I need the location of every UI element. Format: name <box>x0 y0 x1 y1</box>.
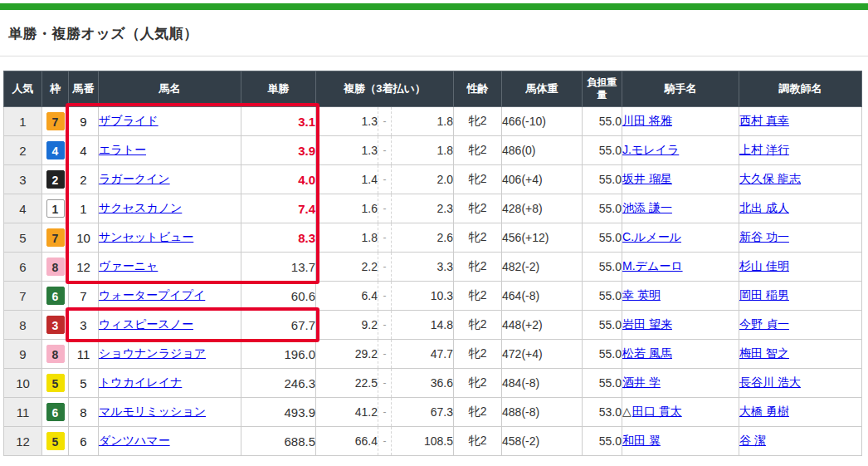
horse-name-link[interactable]: エラトー <box>99 143 146 156</box>
rank-cell: 6 <box>4 253 42 282</box>
jockey-link[interactable]: 池添 謙一 <box>622 201 672 214</box>
place-odds-dash: - <box>378 311 392 340</box>
trainer-link[interactable]: 長谷川 浩大 <box>739 375 801 389</box>
horse-weight: 486(0) <box>502 136 583 165</box>
jockey-cell: △田口 貫太 <box>622 398 739 427</box>
trainer-cell: 西村 真幸 <box>739 107 862 136</box>
trainer-link[interactable]: 谷 潔 <box>739 434 766 447</box>
place-odds-dash: - <box>378 427 392 456</box>
trainer-link[interactable]: 大橋 勇樹 <box>739 405 789 418</box>
jockey-cell: 松若 風馬 <box>622 340 739 369</box>
jockey-cell: 岩田 望来 <box>622 311 739 340</box>
trainer-link[interactable]: 新谷 功一 <box>739 230 789 243</box>
rank-cell: 3 <box>4 165 42 194</box>
jockey-link[interactable]: M.デムーロ <box>622 259 683 272</box>
trainer-cell: 大橋 勇樹 <box>739 398 862 427</box>
sex-age: 牝2 <box>454 223 502 253</box>
sex-age: 牝2 <box>454 165 502 194</box>
horse-name-link[interactable]: ザブライド <box>99 114 158 127</box>
win-odds: 8.3 <box>241 223 316 253</box>
odds-table: 人気 枠 馬番 馬名 単勝 複勝（3着払い） 性齢 馬体重 負担重量 騎手名 調… <box>3 71 862 456</box>
trainer-cell: 上村 洋行 <box>739 136 862 165</box>
place-odds-low: 9.2 <box>316 311 378 340</box>
trainer-link[interactable]: 北出 成人 <box>739 201 789 214</box>
trainer-link[interactable]: 今野 貞一 <box>739 317 789 331</box>
table-row: 6812ヴァーニャ13.72.2-3.3牝2482(-2)55.0M.デムーロ杉… <box>4 253 862 282</box>
horse-name-link[interactable]: マルモリミッション <box>99 405 206 418</box>
frame-cell: 6 <box>42 398 69 427</box>
place-odds-low: 6.4 <box>316 282 378 311</box>
trainer-link[interactable]: 梅田 智之 <box>739 346 789 360</box>
sex-age: 牝2 <box>454 194 502 223</box>
horse-name-cell: マルモリミッション <box>99 398 241 427</box>
win-odds: 246.3 <box>241 369 316 398</box>
carried-weight: 55.0 <box>583 107 622 136</box>
table-row: 179ザブライド3.11.3-1.8牝2466(-10)55.0川田 将雅西村 … <box>4 107 862 136</box>
horse-weight: 484(-8) <box>502 369 583 398</box>
jockey-link[interactable]: 和田 翼 <box>622 434 661 447</box>
horse-name-link[interactable]: サクセスカノン <box>99 201 182 214</box>
jockey-link[interactable]: 幸 英明 <box>622 288 661 302</box>
carried-weight: 55.0 <box>583 369 622 398</box>
frame-cell: 6 <box>42 282 69 311</box>
carried-weight: 55.0 <box>583 136 622 165</box>
place-odds-high: 2.0 <box>392 165 454 194</box>
frame-badge: 8 <box>46 258 65 276</box>
win-odds: 493.9 <box>241 398 316 427</box>
trainer-link[interactable]: 杉山 佳明 <box>739 259 789 272</box>
frame-cell: 3 <box>42 311 69 340</box>
jockey-link[interactable]: 坂井 瑠星 <box>622 172 672 185</box>
frame-badge: 7 <box>46 228 65 247</box>
place-odds-dash: - <box>378 340 392 369</box>
place-odds-high: 2.6 <box>392 223 454 253</box>
header-win: 単勝 <box>241 71 316 107</box>
trainer-link[interactable]: 岡田 稲男 <box>739 288 789 302</box>
frame-badge: 5 <box>46 374 65 392</box>
jockey-link[interactable]: C.ルメール <box>622 230 681 243</box>
horse-name-link[interactable]: ラガークイン <box>99 172 170 185</box>
horse-number: 7 <box>69 282 99 311</box>
sex-age: 牝2 <box>454 311 502 340</box>
horse-name-link[interactable]: ウィスピースノー <box>99 317 193 331</box>
carried-weight: 55.0 <box>583 282 622 311</box>
jockey-link[interactable]: 岩田 望来 <box>622 317 672 331</box>
header-carried-weight: 負担重量 <box>583 71 622 107</box>
rank-cell: 7 <box>4 282 42 311</box>
horse-name-link[interactable]: トウカイレイナ <box>99 375 182 389</box>
carried-weight: 55.0 <box>583 427 622 456</box>
horse-name-link[interactable]: ヴァーニャ <box>99 259 158 272</box>
frame-badge: 6 <box>46 403 65 421</box>
rank-cell: 9 <box>4 340 42 369</box>
place-odds-high: 1.8 <box>392 136 454 165</box>
table-row: 9811ショウナンラジョア196.029.2-47.7牝2472(+4)55.0… <box>4 340 862 369</box>
trainer-cell: 梅田 智之 <box>739 340 862 369</box>
jockey-link[interactable]: 川田 将雅 <box>622 114 672 127</box>
trainer-link[interactable]: 西村 真幸 <box>739 114 789 127</box>
frame-cell: 7 <box>42 223 69 253</box>
horse-number: 12 <box>69 253 99 282</box>
frame-badge: 3 <box>46 316 65 334</box>
horse-name-link[interactable]: サンセットビュー <box>99 230 193 243</box>
trainer-link[interactable]: 上村 洋行 <box>739 143 789 156</box>
header-frame: 枠 <box>42 71 69 107</box>
trainer-cell: 北出 成人 <box>739 194 862 223</box>
carried-weight: 55.0 <box>583 165 622 194</box>
horse-name-link[interactable]: ダンツハマー <box>99 434 170 447</box>
place-odds-dash: - <box>378 369 392 398</box>
rank-cell: 8 <box>4 311 42 340</box>
jockey-link[interactable]: 酒井 学 <box>622 375 661 389</box>
trainer-cell: 今野 貞一 <box>739 311 862 340</box>
frame-cell: 8 <box>42 340 69 369</box>
jockey-link[interactable]: 松若 風馬 <box>622 346 672 360</box>
jockey-cell: 和田 翼 <box>622 427 739 456</box>
horse-name-link[interactable]: ウォータープイプイ <box>99 288 205 302</box>
frame-cell: 8 <box>42 253 69 282</box>
jockey-link[interactable]: J.モレイラ <box>622 143 679 156</box>
horse-weight: 488(-8) <box>502 398 583 427</box>
trainer-link[interactable]: 大久保 龍志 <box>739 172 801 185</box>
header-number: 馬番 <box>69 71 99 107</box>
horse-weight: 428(+8) <box>502 194 583 223</box>
jockey-link[interactable]: 田口 貫太 <box>632 405 682 418</box>
horse-name-link[interactable]: ショウナンラジョア <box>99 346 206 360</box>
place-odds-dash: - <box>378 282 392 311</box>
